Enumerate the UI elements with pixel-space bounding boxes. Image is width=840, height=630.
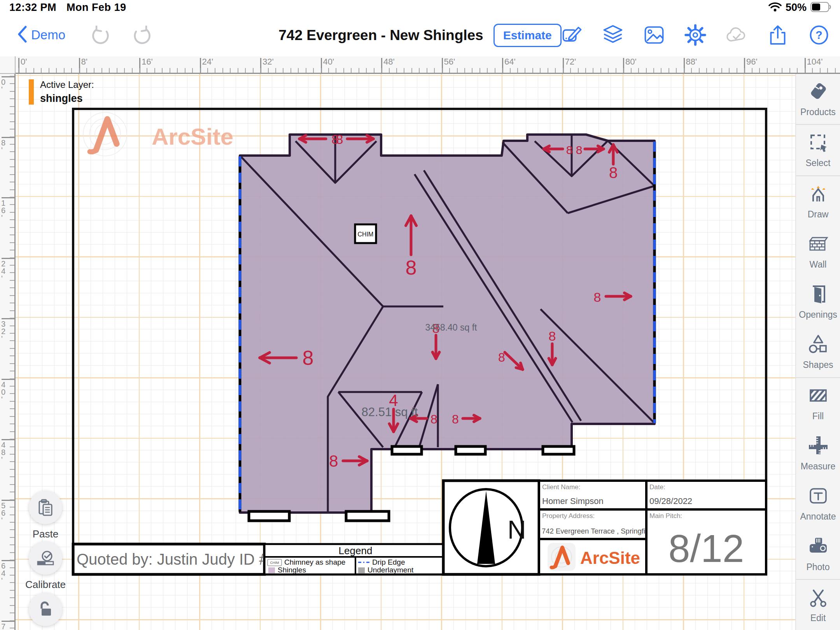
date-label: Date: xyxy=(649,483,665,491)
tool-label: Openings xyxy=(799,310,837,320)
tool-draw[interactable]: Draw xyxy=(796,176,840,226)
ruler-major-tick xyxy=(321,58,322,74)
legend: Legend CHIM Chimney as shape Shingles Dr… xyxy=(264,544,446,574)
tool-select[interactable]: Select xyxy=(796,125,840,175)
ruler-major-tick xyxy=(2,197,16,198)
ruler-major-tick xyxy=(2,76,16,77)
ruler-label: 5 6 ' xyxy=(1,502,5,524)
calibrate-label: Calibrate xyxy=(16,579,75,591)
markup-pencil-icon[interactable] xyxy=(561,24,583,46)
ruler-label: 88' xyxy=(686,57,697,67)
arcsite-watermark: ArcSite xyxy=(83,112,233,156)
tool-label: Annotate xyxy=(800,511,836,522)
scissors-icon xyxy=(807,586,829,610)
calibrate-button[interactable]: Calibrate xyxy=(16,541,75,591)
legend-title: Legend xyxy=(339,545,373,556)
tool-label: Select xyxy=(806,158,831,168)
ruler-label: 0 ' xyxy=(1,79,5,93)
ruler-label: 80' xyxy=(625,57,637,67)
ruler-label: 2 4 ' xyxy=(1,260,5,282)
tool-label: Shapes xyxy=(803,360,833,370)
settings-gear-icon[interactable] xyxy=(684,24,706,46)
tool-sidebar: Products Select Draw Wall Openings xyxy=(795,74,840,630)
legend-item-shingles: Shingles xyxy=(278,566,306,574)
ruler-label: 104' xyxy=(807,57,823,67)
tool-shapes[interactable]: Shapes xyxy=(796,327,840,377)
pitch-value-label: 8 xyxy=(498,350,505,364)
north-compass: N xyxy=(443,481,539,574)
ruler-major-tick xyxy=(2,500,16,501)
tool-wall[interactable]: Wall xyxy=(796,226,840,276)
pitch-value-label: 8 xyxy=(303,346,314,369)
share-export-icon[interactable] xyxy=(767,24,789,46)
chimney-shape[interactable]: CHIM xyxy=(355,224,376,243)
ruler-label: 6 4 ' xyxy=(1,562,5,584)
page-title: 742 Evergreen - New Shingles xyxy=(278,27,483,44)
lock-button[interactable]: Lock xyxy=(16,593,75,630)
draw-icon xyxy=(807,183,829,206)
pitch-value-label: 8 xyxy=(336,132,343,147)
tool-products[interactable]: Products xyxy=(796,74,840,124)
svg-text:ArcSite: ArcSite xyxy=(152,124,233,150)
tool-measure[interactable]: Measure xyxy=(796,428,840,478)
layers-icon[interactable] xyxy=(602,24,624,46)
calibrate-icon xyxy=(29,541,62,575)
ruler-label: 56' xyxy=(444,57,455,67)
date: Mon Feb 19 xyxy=(66,2,126,13)
workspace: 0'8'16'24'32'40'48'56'64'72'80'88'96'104… xyxy=(0,56,840,630)
ruler-major-tick xyxy=(200,58,201,74)
pitch-value-label: 8 xyxy=(594,290,601,304)
ruler-label: 4 0 ' xyxy=(1,381,5,403)
ruler-corner xyxy=(0,56,16,74)
ruler-label: 8' xyxy=(81,57,88,67)
help-icon[interactable]: ? xyxy=(808,24,830,46)
compass-n: N xyxy=(508,515,526,544)
battery-percent: 50% xyxy=(786,2,807,14)
select-marquee-icon xyxy=(807,131,829,155)
products-tag-icon xyxy=(807,80,829,104)
ruler-major-tick xyxy=(623,58,624,74)
cloud-sync-icon xyxy=(726,24,747,46)
svg-text:?: ? xyxy=(816,29,822,41)
ruler-major-tick xyxy=(2,621,16,622)
door-icon xyxy=(807,283,829,306)
drawing-canvas[interactable]: Active Layer: shingles Paste Calibrate L… xyxy=(16,74,795,630)
status-bar: 12:32 PMMon Feb 19 50% xyxy=(0,0,840,14)
status-time-date: 12:32 PMMon Feb 19 xyxy=(9,2,126,14)
tool-label: Products xyxy=(800,107,836,117)
wifi-icon xyxy=(768,2,782,14)
shapes-icon xyxy=(807,333,829,357)
legend-item-chimney: Chimney as shape xyxy=(284,558,345,566)
tool-fill[interactable]: Fill xyxy=(796,378,840,428)
pitch-value-label: 8 xyxy=(609,164,618,181)
roof-plan-drawing[interactable]: ArcSite xyxy=(16,74,795,630)
image-icon[interactable] xyxy=(643,24,665,46)
title-block: Quoted by: Justin Judy ID #0986 Legend C… xyxy=(73,481,766,574)
tool-label: Draw xyxy=(808,209,829,220)
date-value: 09/28/2022 xyxy=(649,496,692,506)
ruler-label: 40' xyxy=(323,57,334,67)
tool-annotate[interactable]: Annotate xyxy=(796,478,840,528)
legend-item-underlayment: Underlayment xyxy=(368,566,414,574)
legend-chim-chip: CHIM xyxy=(270,561,279,565)
ruler-major-tick xyxy=(744,58,745,74)
ruler-label: 4 8 ' xyxy=(1,441,5,464)
client-name-label: Client Name: xyxy=(542,483,580,491)
paste-button[interactable]: Paste xyxy=(16,491,75,540)
pitch-value-label: 8 xyxy=(549,329,556,343)
pitch-value-label: 8 xyxy=(576,144,583,156)
ruler-label: 1 6 ' xyxy=(1,200,5,222)
ruler-label: 48' xyxy=(383,57,395,67)
estimate-button[interactable]: Estimate xyxy=(494,24,562,47)
ruler-major-tick xyxy=(684,58,685,74)
tool-label: Edit xyxy=(810,613,826,623)
ruler-major-tick xyxy=(442,58,443,74)
ruler-label: 3 2 ' xyxy=(1,320,5,343)
tool-photo[interactable]: Photo xyxy=(796,528,840,579)
ruler-major-tick xyxy=(805,58,806,74)
tool-openings[interactable]: Openings xyxy=(796,276,840,327)
pitch-value-label: 8 xyxy=(329,452,338,470)
toolbar: Demo 742 Evergreen - New Shingles Estima… xyxy=(0,14,840,56)
tool-edit[interactable]: Edit xyxy=(796,580,840,630)
vertical-ruler: 0 '8 '1 6 '2 4 '3 2 '4 0 '4 8 '5 6 '6 4 … xyxy=(0,74,16,630)
